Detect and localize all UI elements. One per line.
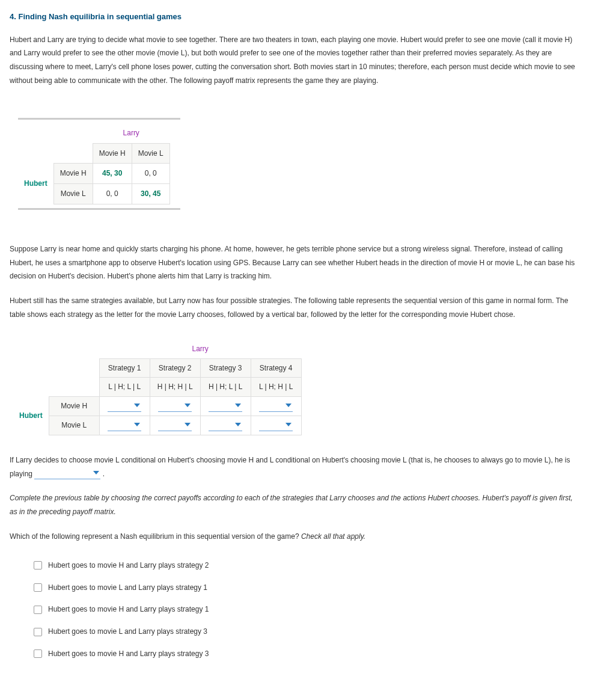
strategy-header: Strategy 1 [99, 358, 150, 378]
payoff-matrix-2: Larry Strategy 1 Strategy 2 Strategy 3 S… [10, 340, 579, 435]
checkbox-group: Hubert goes to movie H and Larry plays s… [34, 554, 579, 665]
checkbox-icon[interactable] [34, 649, 42, 658]
checkbox-icon[interactable] [34, 583, 42, 592]
checkbox-icon[interactable] [34, 628, 42, 636]
row-header: Movie L [53, 184, 93, 204]
checkbox-option[interactable]: Hubert goes to movie H and Larry plays s… [34, 554, 579, 577]
fill-in-paragraph: If Larry decides to choose movie L condi… [10, 453, 579, 481]
checkbox-option[interactable]: Hubert goes to movie L and Larry plays s… [34, 577, 579, 599]
payoff-dropdown[interactable] [209, 420, 242, 431]
strategy-code: H | H; H | L [150, 378, 200, 397]
checkbox-label: Hubert goes to movie L and Larry plays s… [48, 581, 207, 595]
row-header: Movie H [53, 164, 93, 184]
payoff-dropdown[interactable] [158, 420, 192, 431]
payoff-dropdown[interactable] [158, 401, 192, 412]
payoff-matrix-1: Larry Movie H Movie L Hubert Movie H 45,… [18, 114, 180, 213]
chevron-down-icon [185, 423, 191, 426]
strategy-code: H | H; L | L [200, 378, 251, 397]
col-player-label: Larry [123, 129, 139, 137]
strategy-header: Strategy 2 [150, 358, 200, 378]
strategy-header: Strategy 4 [251, 358, 301, 378]
chevron-down-icon [134, 423, 140, 426]
payoff-cell: 30, 45 [141, 189, 160, 198]
payoff-dropdown[interactable] [108, 401, 141, 412]
checkbox-label: Hubert goes to movie H and Larry plays s… [48, 603, 209, 616]
col-header: Movie L [132, 143, 169, 164]
chevron-down-icon [235, 404, 241, 407]
checkbox-icon[interactable] [34, 606, 42, 614]
paragraph: Suppose Larry is near home and quickly s… [10, 242, 579, 283]
hint-text: Check all that apply. [301, 532, 365, 541]
payoff-cell: 0, 0 [106, 189, 118, 198]
checkbox-option[interactable]: Hubert goes to movie H and Larry plays s… [34, 643, 579, 665]
col-player-label: Larry [192, 345, 209, 353]
checkbox-option[interactable]: Hubert goes to movie L and Larry plays s… [34, 621, 579, 643]
row-header: Movie L [49, 416, 99, 435]
payoff-dropdown[interactable] [108, 420, 141, 431]
row-player-label: Hubert [19, 411, 43, 420]
divider [18, 118, 180, 120]
payoff-dropdown[interactable] [209, 401, 242, 412]
checkbox-option[interactable]: Hubert goes to movie H and Larry plays s… [34, 598, 579, 621]
text: Which of the following represent a Nash … [10, 532, 301, 541]
payoff-cell: 0, 0 [145, 169, 157, 177]
checkbox-icon[interactable] [34, 561, 42, 570]
strategy-dropdown[interactable] [34, 468, 100, 479]
question-paragraph: Which of the following represent a Nash … [10, 530, 579, 544]
text: . [103, 470, 105, 478]
paragraph: Hubert still has the same strategies ava… [10, 294, 579, 322]
chevron-down-icon [134, 404, 140, 407]
strategy-code: L | H; H | L [251, 378, 301, 397]
instruction-paragraph: Complete the previous table by choosing … [10, 491, 579, 519]
chevron-down-icon [93, 471, 99, 474]
strategy-code: L | H; L | L [99, 378, 150, 397]
checkbox-label: Hubert goes to movie L and Larry plays s… [48, 625, 207, 639]
chevron-down-icon [285, 423, 291, 426]
question-title: 4. Finding Nash equilibria in sequential… [10, 10, 579, 25]
chevron-down-icon [285, 404, 291, 407]
chevron-down-icon [235, 423, 241, 426]
col-header: Movie H [93, 143, 132, 164]
checkbox-label: Hubert goes to movie H and Larry plays s… [48, 647, 209, 661]
divider [18, 208, 180, 210]
intro-paragraph: Hubert and Larry are trying to decide wh… [10, 33, 579, 88]
payoff-dropdown[interactable] [259, 401, 293, 412]
row-player-label: Hubert [24, 179, 47, 188]
strategy-header: Strategy 3 [200, 358, 251, 378]
payoff-dropdown[interactable] [259, 420, 293, 431]
row-header: Movie H [49, 397, 99, 416]
chevron-down-icon [185, 404, 191, 407]
checkbox-label: Hubert goes to movie H and Larry plays s… [48, 559, 209, 573]
payoff-cell: 45, 30 [102, 169, 122, 177]
